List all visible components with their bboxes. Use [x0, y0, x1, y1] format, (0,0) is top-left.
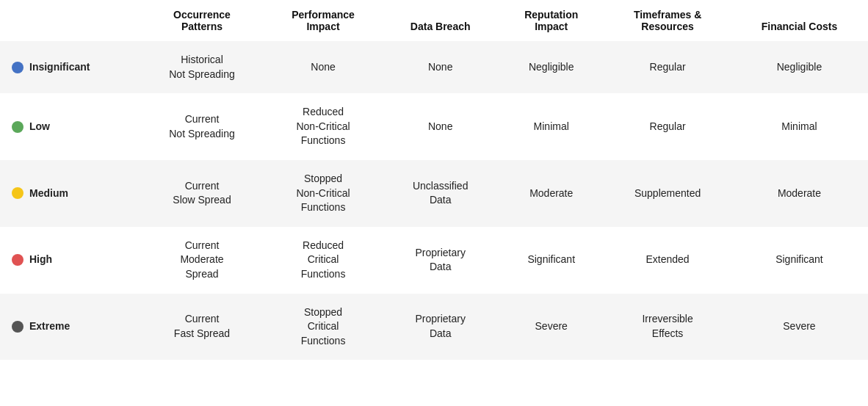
cell-reputation: Moderate: [498, 160, 604, 227]
table-header-row: Occurrence Patterns Performance Impact D…: [0, 0, 868, 41]
table-row: High Current Moderate SpreadReduced Crit…: [0, 227, 868, 294]
cell-severity: High: [0, 227, 140, 294]
cell-performance: None: [264, 41, 383, 93]
cell-data-breach: None: [383, 93, 498, 160]
cell-performance: Reduced Critical Functions: [264, 227, 383, 294]
table-row: Low Current Not SpreadingReduced Non-Cri…: [0, 93, 868, 160]
severity-dot: [12, 321, 23, 333]
cell-data-breach: Unclassified Data: [383, 160, 498, 227]
cell-performance: Stopped Critical Functions: [264, 294, 383, 360]
table-row: Medium Current Slow SpreadStopped Non-Cr…: [0, 160, 868, 227]
cell-financial: Negligible: [731, 41, 868, 93]
cell-reputation: Severe: [498, 294, 604, 360]
cell-timeframes: Regular: [604, 93, 731, 160]
cell-reputation: Minimal: [498, 93, 604, 160]
cell-timeframes: Supplemented: [604, 160, 731, 227]
cell-severity: Low: [0, 93, 140, 160]
cell-occurrence: Current Not Spreading: [140, 93, 264, 160]
cell-performance: Reduced Non-Critical Functions: [264, 93, 383, 160]
cell-severity: Extreme: [0, 294, 140, 360]
severity-dot: [12, 62, 23, 73]
cell-occurrence: Current Fast Spread: [140, 294, 264, 360]
cell-data-breach: None: [383, 41, 498, 93]
cell-severity: Insignificant: [0, 41, 140, 93]
header-financial: Financial Costs: [731, 0, 868, 41]
header-data-breach: Data Breach: [383, 0, 498, 41]
table-row: Insignificant Historical Not SpreadingNo…: [0, 41, 868, 93]
cell-financial: Moderate: [731, 160, 868, 227]
header-reputation: Reputation Impact: [498, 0, 604, 41]
header-occurrence: Occurrence Patterns: [140, 0, 264, 41]
severity-label: Insignificant: [29, 60, 90, 75]
cell-financial: Minimal: [731, 93, 868, 160]
cell-financial: Significant: [731, 227, 868, 294]
cell-reputation: Significant: [498, 227, 604, 294]
cell-timeframes: Regular: [604, 41, 731, 93]
severity-label: Low: [29, 120, 50, 134]
header-severity: [0, 0, 140, 41]
severity-dot: [12, 121, 23, 133]
cell-data-breach: Proprietary Data: [383, 294, 498, 360]
cell-reputation: Negligible: [498, 41, 604, 93]
cell-occurrence: Current Moderate Spread: [140, 227, 264, 294]
header-performance: Performance Impact: [264, 0, 383, 41]
severity-dot: [12, 254, 23, 266]
severity-label: High: [29, 253, 52, 267]
cell-performance: Stopped Non-Critical Functions: [264, 160, 383, 227]
cell-occurrence: Historical Not Spreading: [140, 41, 264, 93]
severity-dot: [12, 187, 23, 199]
table-row: Extreme Current Fast SpreadStopped Criti…: [0, 294, 868, 360]
cell-timeframes: Irreversible Effects: [604, 294, 731, 360]
header-timeframes: Timeframes & Resources: [604, 0, 731, 41]
cell-timeframes: Extended: [604, 227, 731, 294]
risk-table-wrapper: Occurrence Patterns Performance Impact D…: [0, 0, 868, 360]
cell-financial: Severe: [731, 294, 868, 360]
cell-data-breach: Proprietary Data: [383, 227, 498, 294]
severity-label: Extreme: [29, 319, 70, 334]
risk-table: Occurrence Patterns Performance Impact D…: [0, 0, 868, 360]
severity-label: Medium: [29, 186, 68, 201]
cell-severity: Medium: [0, 160, 140, 227]
cell-occurrence: Current Slow Spread: [140, 160, 264, 227]
